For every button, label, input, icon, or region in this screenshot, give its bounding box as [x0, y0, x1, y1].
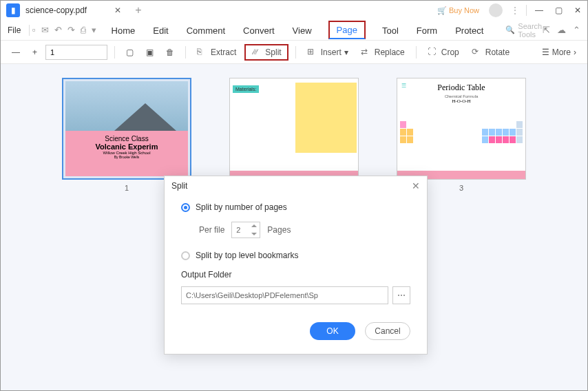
split-modal: Split ✕ Split by number of pages Per fil… — [164, 176, 428, 355]
more-menu-icon[interactable]: ⋮ — [511, 6, 519, 15]
menu-view[interactable]: View — [291, 23, 313, 37]
cancel-button[interactable]: Cancel — [365, 322, 410, 340]
split-button[interactable]: ⫻Split — [244, 44, 288, 61]
user-avatar[interactable] — [489, 3, 503, 17]
collapse-icon[interactable]: ⌃ — [573, 25, 580, 35]
close-window-button[interactable]: ✕ — [568, 1, 587, 20]
menu-form[interactable]: Form — [415, 23, 439, 37]
print-dropdown-icon[interactable]: ▾ — [92, 25, 96, 35]
share-icon[interactable]: ⇱ — [543, 25, 550, 35]
maximize-button[interactable]: ▢ — [549, 1, 568, 20]
radio-split-bookmarks[interactable] — [181, 251, 190, 260]
menu-comment[interactable]: Comment — [185, 23, 227, 37]
opt1-label: Split by number of pages — [196, 202, 287, 212]
thumb1-title: Volcanic Experim — [70, 142, 184, 151]
more-button[interactable]: ☰ More › — [538, 45, 580, 60]
thumb1-num: 1 — [125, 184, 129, 192]
radio-split-pages[interactable] — [181, 203, 190, 212]
file-menu[interactable]: File — [8, 25, 21, 35]
thumb2-materials: Materials: — [233, 85, 259, 93]
page-thumb-3[interactable]: ☰ Periodic Table Chemical Formula H-O-O-… — [397, 78, 526, 180]
zoom-out-button[interactable]: — — [8, 45, 24, 60]
undo-icon[interactable]: ↶ — [54, 25, 62, 35]
menu-page[interactable]: Page — [328, 21, 366, 39]
filename: science-copy.pdf — [25, 6, 87, 15]
browse-button[interactable]: ⋯ — [392, 286, 410, 304]
page-thumb-2[interactable]: Materials: — [229, 78, 359, 180]
menubar: File ▫ ✉ ↶ ↷ ⎙ ▾ Home Edit Comment Conve… — [1, 20, 587, 41]
thumb3-formula: H-O-O-H — [400, 98, 523, 104]
insert-button[interactable]: ⊞Insert ▾ — [303, 44, 353, 61]
minimize-button[interactable]: — — [529, 1, 549, 20]
redo-icon[interactable]: ↷ — [67, 25, 75, 35]
thumb1-author: By Brooke Wells — [70, 155, 184, 159]
zoom-input[interactable] — [45, 45, 107, 60]
perfile-spinner[interactable]: 2 — [231, 222, 260, 238]
extract-button[interactable]: ⎘Extract — [193, 44, 240, 61]
thumb3-num: 3 — [459, 184, 463, 192]
output-folder-label: Output Folder — [181, 270, 410, 279]
perfile-label: Per file — [199, 225, 224, 235]
crop-button[interactable]: ⛶Crop — [423, 44, 463, 61]
titlebar: ▮ science-copy.pdf ✕ + 🛒 Buy Now ⋮ — ▢ ✕ — [1, 1, 587, 20]
opt2-label: Split by top level bookmarks — [196, 251, 298, 260]
menu-tool[interactable]: Tool — [381, 23, 400, 37]
toolbar: — + ▢ ▣ 🗑 ⎘Extract ⫻Split ⊞Insert ▾ ⇄Rep… — [1, 41, 587, 64]
pages-label: Pages — [267, 225, 291, 235]
modal-close-button[interactable]: ✕ — [412, 180, 420, 191]
buy-now-link[interactable]: 🛒 Buy Now — [437, 6, 479, 15]
content-area: Science Class Volcanic Experim Willow Cr… — [1, 64, 587, 390]
save-icon[interactable]: ▫ — [32, 25, 36, 35]
replace-button[interactable]: ⇄Replace — [357, 44, 409, 61]
print-icon[interactable]: ⎙ — [81, 25, 86, 35]
cloud-icon[interactable]: ☁ — [557, 25, 566, 35]
output-folder-input[interactable] — [181, 286, 388, 304]
page-thumb-1[interactable]: Science Class Volcanic Experim Willow Cr… — [62, 78, 191, 180]
thumb1-class: Science Class — [70, 135, 184, 142]
rotate-button[interactable]: ⟳Rotate — [468, 44, 514, 61]
box1-icon[interactable]: ▢ — [122, 45, 138, 60]
delete-icon[interactable]: 🗑 — [162, 45, 178, 60]
menu-edit[interactable]: Edit — [151, 23, 169, 37]
modal-title: Split — [171, 181, 187, 191]
ok-button[interactable]: OK — [310, 322, 355, 340]
app-icon: ▮ — [6, 3, 20, 17]
periodic-grid — [400, 121, 523, 169]
mail-icon[interactable]: ✉ — [41, 25, 49, 35]
zoom-in-button[interactable]: + — [28, 45, 41, 60]
thumb3-title: Periodic Table — [400, 83, 523, 93]
tab-close-button[interactable]: ✕ — [114, 6, 121, 15]
tab-add-button[interactable]: + — [135, 4, 141, 17]
menu-home[interactable]: Home — [110, 23, 137, 37]
menu-convert[interactable]: Convert — [242, 23, 276, 37]
search-tools[interactable]: 🔍 Search Tools — [505, 22, 543, 39]
menu-protect[interactable]: Protect — [454, 23, 485, 37]
box2-icon[interactable]: ▣ — [142, 45, 158, 60]
